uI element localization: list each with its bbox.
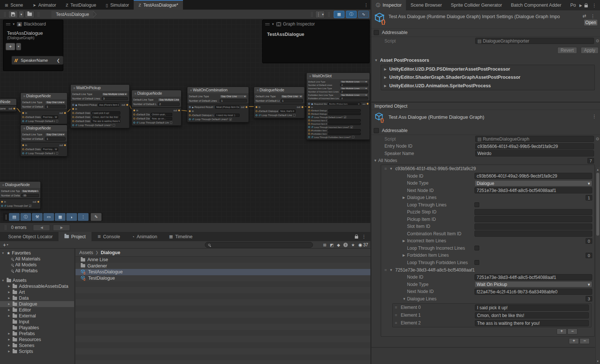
input-port[interactable] (308, 113, 310, 115)
node-property[interactable]: Number of Default Lines2 (308, 83, 368, 87)
open-button[interactable]: Open (584, 19, 598, 26)
previous-error-button[interactable]: ◀ (33, 225, 50, 231)
collapse-icon[interactable]: ▼ (12, 23, 15, 26)
port-row[interactable]: inout (0, 200, 40, 204)
graph-panel-toggle[interactable]: ▦ (334, 11, 344, 18)
drag-handle-icon[interactable]: = (384, 268, 387, 272)
node-property[interactable]: Default Line TypeSay One Line (22, 132, 66, 136)
tree-folder[interactable]: ▶Art (0, 289, 74, 295)
input-port[interactable] (22, 148, 24, 150)
input-port[interactable] (72, 112, 74, 114)
assets-root[interactable]: ▼Assets (0, 277, 74, 283)
favorites-item[interactable]: ▶All Models (0, 262, 74, 268)
input-port[interactable] (72, 124, 74, 126)
port-row[interactable]: Default Dialogue Line 1 (307, 109, 370, 112)
node-waitonslot[interactable]: WaitOnSlot Default Line TypeSay Multiple… (306, 73, 370, 140)
input-port[interactable] (308, 109, 310, 111)
port-row[interactable]: Forbidden Item Dialogue Line 1 (307, 129, 370, 132)
port-row[interactable]: Default Dialogue Line 3The ass is waitin… (71, 119, 129, 123)
blackboard-panel[interactable]: ▼ ▣ Blackboard TestAssDialogue (Dialogue… (3, 20, 63, 71)
input-port[interactable] (72, 116, 74, 118)
node-property[interactable]: Number of Default Lines-55 (1, 193, 39, 198)
filter-by-label-icon[interactable]: ◆ (337, 243, 340, 247)
value-field[interactable] (474, 209, 592, 215)
output-port[interactable] (37, 201, 39, 203)
tree-folder[interactable]: ▶Input (0, 319, 74, 325)
input-port[interactable] (308, 136, 310, 138)
output-port[interactable] (301, 106, 303, 108)
file-row[interactable]: Anne Lise (76, 257, 370, 263)
input-port[interactable] (308, 116, 310, 118)
inspector-tab[interactable]: Inspector (371, 0, 406, 10)
addressable-checkbox[interactable] (374, 128, 379, 133)
file-row[interactable]: Gardener (76, 263, 370, 269)
filter-by-type-icon[interactable]: ◩ (330, 243, 333, 247)
breadcrumb[interactable]: Assets❯Dialogue (76, 249, 370, 257)
input-port[interactable] (308, 126, 310, 128)
element-value-field[interactable]: Cmon, don't be like this! (475, 312, 589, 318)
input-port[interactable] (189, 110, 191, 112)
node-property[interactable]: Default Line TypeSay Multiple Lines (1, 189, 39, 193)
port-row[interactable]: Required SlotBonfire (Pickup Itemout (307, 102, 370, 105)
node-property[interactable]: Default Line TypeSay One Line (22, 100, 66, 104)
favorites-header[interactable]: ▼★Favorites (0, 250, 74, 256)
node-dialoguenode-3[interactable]: DialogueNode Default Line TypeSay Multip… (131, 90, 181, 126)
node-property[interactable]: Forbidden of Incorrect Item Lines2 (308, 97, 368, 100)
value-field[interactable]: Wait On Pickup (474, 281, 592, 287)
collapse-icon[interactable]: ▼ (271, 23, 274, 26)
input-port[interactable] (22, 120, 24, 122)
port-row[interactable]: in (71, 107, 129, 111)
port-checkbox[interactable] (350, 126, 353, 128)
bottom-tab[interactable]: Project (59, 232, 91, 241)
port-row[interactable]: Default Dialogue Line 2 (307, 112, 370, 115)
graph-footer-button[interactable]: ✎ (91, 213, 101, 221)
element-value-field[interactable]: I said pick it up! (475, 304, 589, 311)
asset-postprocessors-header[interactable]: ▼Asset PostProcessors (371, 57, 600, 64)
port-row[interactable]: inout (254, 105, 304, 109)
port-row[interactable]: Loop Through Default Lines? (132, 121, 181, 125)
panel-menu-icon[interactable]: ⋮ (360, 234, 368, 239)
port-row[interactable]: Default Dialogue LineI need my meat :) (187, 113, 249, 117)
tabbar-more-icon[interactable]: ⋮ (362, 2, 370, 8)
node-property[interactable]: Incorrect Item Line TypeSay Multiple Lin… (308, 87, 368, 90)
port-row[interactable]: Loop Through Incorrect Item Lines? (307, 125, 370, 129)
create-asset-button[interactable]: + (0, 242, 7, 248)
output-port[interactable] (126, 104, 128, 106)
bottom-tab[interactable]: Timeline (163, 232, 198, 241)
input-port[interactable] (256, 110, 257, 112)
input-port[interactable] (256, 106, 257, 108)
value-field[interactable]: 7251e73e-38d3-44ff-a8c5-bcf54088aaf1 (474, 187, 592, 193)
input-port[interactable] (22, 152, 24, 154)
input-port[interactable] (22, 144, 24, 146)
graph-panel-toggle[interactable]: ⓘ (346, 11, 357, 18)
node-property[interactable]: Default Line TypeSay One Line (256, 94, 303, 98)
drag-handle-icon[interactable]: = (395, 305, 401, 310)
tree-folder[interactable]: ▶Dialogue (0, 301, 74, 307)
remove-element-button[interactable]: − (567, 328, 577, 334)
port-row[interactable]: Forbidden Item Dialogue Line 2 (307, 132, 370, 135)
add-variable-dropdown[interactable]: ▾ (16, 43, 21, 50)
element-value-field[interactable]: The ass is waiting there for you! (475, 320, 589, 326)
port-checkbox[interactable] (344, 116, 346, 118)
tree-folder[interactable]: ▶AddressableAssetsData (0, 283, 74, 289)
port-row[interactable]: Required PickupAss (Flora's Item Data)ou… (71, 103, 129, 107)
port-row[interactable]: in (307, 105, 370, 109)
lock-icon[interactable] (355, 236, 358, 239)
port-row[interactable]: inout (21, 143, 67, 147)
drag-handle-icon[interactable]: = (395, 313, 401, 317)
graph-footer-button[interactable]: ▦ (55, 213, 66, 221)
panel-menu-icon[interactable]: ⋮ (590, 3, 599, 8)
node-property[interactable]: Default Line TypeSay Multiple Lines (72, 92, 128, 96)
input-port[interactable] (308, 106, 310, 108)
port-row[interactable]: Default Dialogue LinePool boy... W (21, 115, 67, 119)
value-field[interactable] (474, 216, 592, 222)
window-tab[interactable]: Scene (0, 0, 28, 10)
window-tab[interactable]: Animator (28, 0, 61, 10)
node-property[interactable]: Number of Default Lines1 (22, 136, 66, 141)
drag-handle-icon[interactable] (265, 23, 270, 25)
favorites-item[interactable]: ▶All Prefabs (0, 268, 74, 274)
port-row[interactable]: inout (21, 111, 67, 115)
create-asset-dropdown[interactable]: ▾ (7, 243, 8, 246)
next-error-button[interactable]: ▶ (53, 225, 70, 231)
tree-folder[interactable]: ▶Scenes (0, 343, 74, 348)
